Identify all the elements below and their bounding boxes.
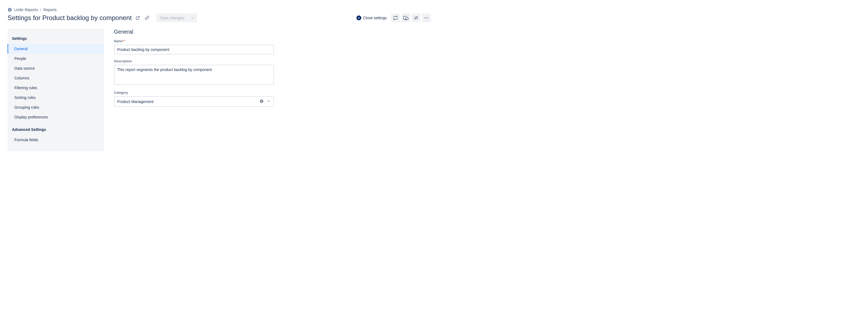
name-input[interactable] (114, 45, 274, 55)
refresh-button[interactable] (391, 13, 400, 22)
section-title: General (114, 29, 274, 35)
page-title: Settings for Product backlog by componen… (8, 14, 132, 22)
breadcrumb-section[interactable]: Reports (43, 8, 57, 12)
sidebar-item-grouping-rules[interactable]: Grouping rules (8, 102, 104, 112)
cloud-download-button[interactable] (401, 13, 410, 22)
category-value: Product Management (117, 99, 154, 104)
svg-point-11 (426, 18, 427, 19)
clear-icon[interactable] (259, 99, 264, 104)
chevron-down-icon (267, 99, 271, 104)
sidebar-item-filtering-rules[interactable]: Filtering rules (8, 83, 104, 93)
save-dropdown-button[interactable] (188, 13, 197, 22)
svg-point-7 (416, 17, 417, 18)
settings-sidebar: Settings General People Data source Colu… (8, 29, 104, 151)
name-label: Name* (114, 39, 274, 43)
sidebar-item-display-preferences[interactable]: Display preferences (8, 112, 104, 122)
category-select[interactable]: Product Management (114, 96, 274, 107)
close-icon (356, 15, 361, 20)
breadcrumb-separator: / (40, 8, 41, 12)
sidebar-heading-advanced: Advanced Settings (8, 125, 104, 135)
sidebar-item-data-source[interactable]: Data source (8, 63, 104, 73)
sidebar-item-people[interactable]: People (8, 54, 104, 63)
required-indicator: * (123, 39, 125, 43)
category-label: Category (114, 91, 274, 95)
close-settings-button[interactable]: Close settings (354, 14, 390, 22)
sidebar-item-formula-fields[interactable]: Formula fields (8, 135, 104, 145)
sidebar-item-sorting-rules[interactable]: Sorting rules (8, 93, 104, 102)
breadcrumb: Limbr Reports / Reports (8, 8, 431, 12)
svg-line-3 (137, 16, 139, 18)
breadcrumb-project[interactable]: Limbr Reports (14, 8, 38, 12)
settings-sliders-button[interactable] (412, 13, 421, 22)
save-button[interactable]: Save changes (156, 13, 188, 22)
svg-point-9 (415, 19, 416, 19)
more-button[interactable] (422, 13, 431, 22)
sidebar-item-general[interactable]: General (8, 44, 104, 54)
description-label: Description (114, 59, 274, 63)
link-icon[interactable] (144, 14, 150, 21)
description-input[interactable] (114, 65, 274, 85)
open-external-icon[interactable] (134, 14, 141, 21)
svg-point-10 (425, 18, 425, 19)
project-logo-icon (8, 8, 12, 12)
sidebar-item-columns[interactable]: Columns (8, 73, 104, 83)
svg-point-12 (428, 18, 428, 19)
sidebar-heading-settings: Settings (8, 34, 104, 44)
